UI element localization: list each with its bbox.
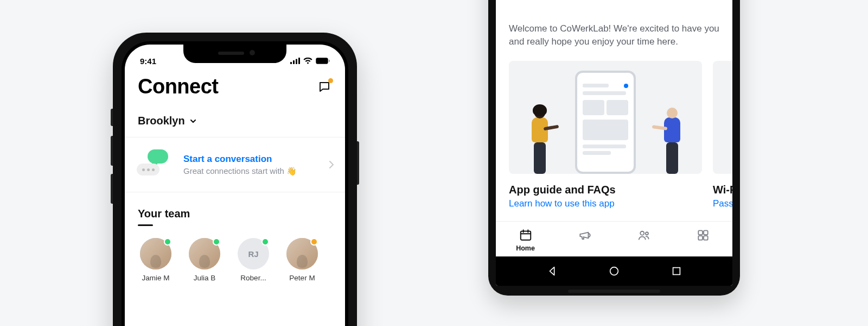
battery-icon (316, 58, 330, 64)
tab-apps[interactable] (681, 228, 725, 242)
tab-announcements[interactable] (563, 228, 607, 242)
avatar (140, 238, 171, 269)
bottom-tab-bar: Home (496, 221, 732, 256)
heading-underline (138, 224, 153, 226)
team-member[interactable]: RJRober... (235, 238, 271, 282)
app-guide-card[interactable]: App guide and FAQs Learn how to use this… (509, 61, 702, 209)
tab-people[interactable] (622, 228, 666, 242)
iphone-device-frame: 9:41 Connect (113, 33, 357, 326)
nav-home-icon[interactable] (608, 265, 620, 277)
nav-recent-icon[interactable] (671, 265, 682, 277)
android-device-frame: Welcome to CoWerkLab! We're excited to h… (488, 0, 740, 296)
card-title: Wi-Fi (713, 184, 732, 196)
people-icon (637, 228, 651, 242)
team-member-name: Jamie M (142, 274, 169, 282)
presence-dot-icon (164, 238, 171, 246)
svg-rect-7 (520, 231, 530, 240)
svg-point-8 (640, 231, 644, 235)
team-member[interactable]: Peter M (284, 238, 320, 282)
team-member-name: Peter M (289, 274, 315, 282)
phone-wireframe-illustration (575, 71, 636, 174)
your-team-heading: Your team (138, 208, 332, 220)
svg-rect-12 (698, 236, 703, 240)
team-member-row: Jamie MJulia BRJRober...Peter MAl (138, 238, 332, 282)
calendar-icon (519, 228, 533, 242)
wifi-icon (303, 58, 312, 64)
messages-button[interactable] (317, 79, 332, 95)
avatar (189, 238, 220, 269)
cellular-signal-icon (290, 58, 300, 64)
team-member-name: Julia B (194, 274, 216, 282)
svg-rect-11 (704, 230, 708, 235)
iphone-notch (183, 45, 286, 63)
android-speaker (568, 290, 660, 293)
chevron-down-icon (189, 117, 197, 125)
page-title: Connect (138, 75, 219, 98)
avatar: RJ (238, 238, 269, 269)
svg-rect-3 (298, 58, 300, 64)
wifi-card[interactable]: Wi-Fi Passw (713, 61, 732, 209)
tab-home[interactable]: Home (504, 228, 547, 252)
grid-icon (696, 228, 710, 242)
team-member[interactable]: Jamie M (138, 238, 174, 282)
team-member-name: Rober... (240, 274, 266, 282)
android-nav-bar (496, 256, 732, 286)
svg-rect-15 (673, 268, 680, 275)
card-link[interactable]: Passw (713, 198, 732, 209)
svg-point-9 (645, 232, 648, 235)
presence-dot-icon (310, 238, 318, 246)
location-name: Brooklyn (138, 115, 185, 127)
svg-rect-10 (698, 230, 703, 235)
svg-rect-5 (317, 59, 327, 63)
card-title: App guide and FAQs (509, 184, 702, 196)
avatar (286, 238, 318, 269)
conversation-card-subtitle: Great connections start with 👋 (183, 166, 319, 176)
app-guide-illustration (509, 61, 702, 174)
chevron-right-icon (329, 160, 334, 169)
wifi-illustration (713, 61, 732, 174)
tab-label: Home (516, 244, 535, 252)
person-illustration (664, 108, 680, 174)
svg-rect-6 (329, 60, 330, 62)
svg-point-14 (610, 267, 618, 275)
notification-dot-icon (328, 78, 333, 83)
svg-rect-0 (290, 62, 292, 64)
megaphone-icon (578, 228, 592, 242)
nav-back-icon[interactable] (546, 265, 558, 277)
svg-rect-2 (296, 59, 297, 65)
presence-dot-icon (261, 238, 269, 246)
person-illustration (532, 108, 548, 174)
svg-rect-13 (704, 236, 708, 240)
team-member[interactable]: Julia B (187, 238, 222, 282)
presence-dot-icon (213, 238, 220, 246)
start-conversation-card[interactable]: Start a conversation Great connections s… (125, 137, 345, 192)
conversation-illustration (136, 148, 174, 181)
location-selector[interactable]: Brooklyn (125, 101, 345, 137)
conversation-card-title: Start a conversation (183, 154, 319, 165)
status-time: 9:41 (140, 57, 156, 66)
svg-rect-1 (293, 60, 295, 64)
card-link[interactable]: Learn how to use this app (509, 198, 702, 209)
welcome-message: Welcome to CoWerkLab! We're excited to h… (509, 22, 719, 49)
